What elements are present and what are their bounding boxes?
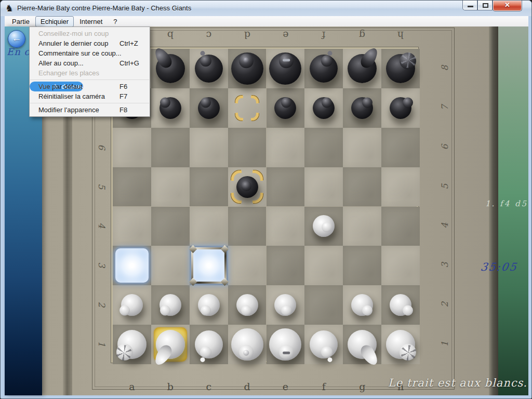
piece-black-bishop-c8[interactable]	[195, 55, 223, 83]
close-button[interactable]: ✕	[493, 1, 522, 11]
square-h4[interactable]	[381, 207, 420, 246]
piece-white-pawn-a2[interactable]	[121, 294, 143, 316]
piece-white-pawn-h2[interactable]	[390, 294, 411, 316]
piece-top-detail	[283, 352, 290, 354]
side-panel	[498, 26, 528, 395]
piece-head	[201, 97, 211, 108]
piece-black-pawn-g7[interactable]	[351, 97, 373, 119]
menu-item-10[interactable]: Modifier l'apparenceF8	[30, 105, 150, 115]
rank-label-1-right: 1	[440, 338, 450, 350]
square-b6[interactable]	[151, 128, 190, 167]
back-button[interactable]: ←	[8, 30, 25, 48]
maximize-button[interactable]	[477, 1, 493, 10]
square-b3[interactable]	[151, 246, 190, 285]
square-g5[interactable]	[343, 167, 381, 207]
square-e4[interactable]	[267, 207, 305, 246]
piece-white-rook-a1[interactable]	[117, 330, 147, 359]
back-arrow-icon: ←	[8, 33, 25, 44]
menu-item-3[interactable]: Aller au coup...Ctrl+G	[30, 58, 150, 68]
square-e6[interactable]	[267, 128, 305, 167]
piece-black-pawn-b7[interactable]	[159, 97, 181, 119]
highlight-move-glow-framed-c3[interactable]	[191, 247, 227, 284]
piece-head	[322, 222, 332, 232]
title-bar[interactable]: ♞ Pierre-Marie Baty contre Pierre-Marie …	[1, 1, 531, 16]
piece-top-detail	[243, 57, 249, 63]
square-d6[interactable]	[228, 128, 267, 167]
piece-black-pawn-h7[interactable]	[390, 97, 411, 119]
file-label-f-top: f	[304, 30, 343, 41]
square-f6[interactable]	[304, 128, 343, 167]
piece-top-detail	[401, 345, 416, 361]
square-a4[interactable]	[113, 207, 151, 246]
piece-black-bishop-f8[interactable]	[310, 55, 338, 83]
square-e3[interactable]	[267, 246, 305, 285]
gold-corner-icon	[251, 96, 259, 103]
menu-item-7[interactable]: Vue par défautF6	[30, 82, 150, 91]
piece-black-pawn-e7[interactable]	[274, 97, 296, 119]
file-label-e-bottom: e	[267, 381, 305, 392]
piece-head	[362, 305, 373, 316]
menu-item-2[interactable]: Commentaire sur ce coup...	[30, 48, 150, 58]
menubar-item-partie[interactable]: Partie	[7, 16, 35, 27]
piece-black-queen-d8[interactable]	[231, 52, 263, 85]
menu-item-label: Vue par défaut	[38, 83, 83, 90]
menubar-item-aide[interactable]: ?	[108, 16, 122, 27]
file-label-e-top: e	[267, 30, 305, 41]
menubar-item-internet[interactable]: Internet	[74, 16, 108, 27]
piece-white-pawn-b2[interactable]	[159, 294, 181, 316]
rank-label-8-right: 8	[440, 62, 450, 74]
square-c4[interactable]	[190, 207, 228, 246]
square-f3[interactable]	[304, 246, 343, 285]
piece-black-rook-h8[interactable]	[386, 54, 415, 83]
file-label-b-bottom: b	[151, 381, 190, 392]
app-window: ♞ Pierre-Marie Baty contre Pierre-Marie …	[0, 0, 532, 399]
square-h5[interactable]	[381, 167, 420, 207]
piece-white-knight-b1[interactable]	[156, 330, 185, 359]
square-c5[interactable]	[190, 167, 228, 207]
square-a6[interactable]	[113, 128, 151, 167]
piece-white-pawn-c2[interactable]	[198, 294, 220, 316]
square-h6[interactable]	[381, 128, 420, 167]
square-b4[interactable]	[151, 207, 190, 246]
square-g3[interactable]	[343, 246, 381, 285]
highlight-move-glow-a3[interactable]	[115, 248, 149, 283]
square-b5[interactable]	[151, 167, 190, 207]
piece-black-knight-b8[interactable]	[156, 54, 185, 83]
square-g6[interactable]	[343, 128, 381, 167]
piece-black-knight-g8[interactable]	[348, 54, 377, 83]
piece-white-pawn-g2[interactable]	[351, 294, 373, 316]
menu-item-1[interactable]: Annuler le dernier coupCtrl+Z	[30, 38, 150, 48]
piece-white-queen-d1[interactable]	[231, 328, 263, 361]
square-a5[interactable]	[113, 167, 151, 207]
square-d3[interactable]	[228, 246, 267, 285]
piece-black-pawn-f7[interactable]	[313, 97, 335, 119]
move-list: 1. f4 d5	[485, 199, 528, 208]
square-f2[interactable]	[304, 285, 343, 325]
piece-black-pawn-c7[interactable]	[198, 97, 220, 119]
piece-head	[241, 180, 251, 191]
square-e5[interactable]	[267, 167, 305, 207]
piece-white-bishop-f1[interactable]	[310, 330, 338, 358]
clock: 35:05	[480, 261, 518, 273]
piece-white-knight-g1[interactable]	[348, 330, 377, 359]
menu-separator	[30, 79, 149, 80]
piece-white-rook-h1[interactable]	[386, 330, 415, 359]
piece-head	[403, 97, 413, 108]
square-f5[interactable]	[304, 167, 343, 207]
square-g4[interactable]	[343, 207, 381, 246]
piece-black-king-e8[interactable]	[269, 52, 301, 85]
menu-item-8[interactable]: Réinitialiser la caméraF7	[30, 91, 150, 101]
menu-separator	[30, 103, 149, 103]
piece-white-bishop-c1[interactable]	[195, 330, 223, 358]
square-h3[interactable]	[381, 246, 420, 285]
minimize-button[interactable]	[462, 1, 477, 10]
menu-item-shortcut: F8	[119, 105, 127, 115]
piece-white-pawn-d2[interactable]	[236, 294, 258, 316]
piece-black-pawn-d5[interactable]	[236, 176, 258, 198]
rank-label-6-right: 6	[440, 141, 450, 153]
menubar-item-echiquier[interactable]: Echiquier	[35, 16, 74, 27]
menu-item-label: Commentaire sur ce coup...	[38, 49, 122, 57]
piece-head	[119, 305, 130, 316]
square-c6[interactable]	[190, 128, 228, 167]
square-d4[interactable]	[228, 207, 267, 246]
